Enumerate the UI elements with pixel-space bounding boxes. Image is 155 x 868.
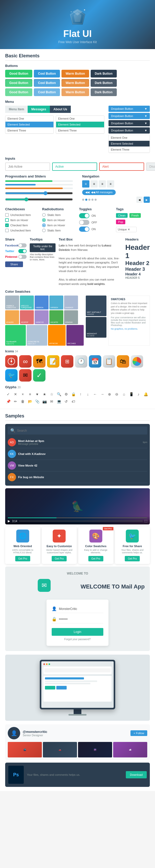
- warm-button-1[interactable]: Warm Button: [61, 70, 89, 78]
- share-toggle-fb[interactable]: [18, 243, 27, 247]
- radio-circle-4[interactable]: [42, 228, 46, 232]
- feature-card-color: Get Pro 🎨 Color Swatches Easy to add or …: [78, 527, 114, 564]
- menu-bar: Menu Item Messages About Us: [5, 106, 104, 113]
- mail-header-row: ✉ WELCOME TO Mail App: [10, 579, 145, 594]
- swatch-link[interactable]: No graphics, no problems.: [111, 328, 138, 330]
- dropdown-item-r1[interactable]: Element One: [109, 135, 150, 141]
- nav-all-messages[interactable]: ◀◀ ◀◀ All messages: [82, 190, 116, 195]
- follow-button[interactable]: + Follow: [130, 730, 147, 736]
- forgot-password[interactable]: Forgot your password?: [52, 638, 103, 641]
- dropdown-btn-1[interactable]: Dropdown Button ▼: [108, 106, 150, 112]
- swatch-2: #45C1C0TURQUOISE: [20, 296, 34, 309]
- checkbox-box-1[interactable]: [5, 213, 9, 217]
- cool-button-2[interactable]: Cool Button: [34, 79, 60, 87]
- checkbox-box-4[interactable]: [5, 228, 9, 232]
- section-title-basic: Basic Elements: [5, 53, 150, 61]
- login-button[interactable]: Login: [52, 628, 103, 636]
- color-swatches-title: Color Swatches: [5, 289, 150, 293]
- tag-pop[interactable]: Pop: [116, 220, 125, 224]
- menu-item-2[interactable]: Messages: [28, 106, 50, 113]
- tag-unique[interactable]: Unique ✕: [116, 227, 137, 232]
- share-toggle-pin[interactable]: [18, 255, 27, 259]
- dropdown-btn-3[interactable]: Dropdown Button ▼: [108, 120, 150, 126]
- header-h4: Header 4: [125, 272, 150, 276]
- username-input[interactable]: [59, 607, 103, 611]
- share-area: Share Facebook Twitter Pinterest Share: [5, 238, 27, 286]
- input-alert[interactable]: [99, 162, 144, 171]
- dropdown-item-4[interactable]: Element One: [56, 116, 104, 122]
- dark-button-3[interactable]: Dark Button: [91, 88, 117, 96]
- radio-circle-3[interactable]: [42, 223, 46, 227]
- toggle-off-1[interactable]: [79, 220, 89, 225]
- nav-icon-4[interactable]: ≡: [107, 180, 114, 188]
- nav-icon-2[interactable]: ≡: [90, 180, 98, 188]
- screen-content: [41, 661, 114, 704]
- fullscreen-button[interactable]: ⛶: [145, 520, 147, 523]
- nav-prev[interactable]: ◀: [136, 196, 143, 203]
- toggles-title: Toggles: [79, 207, 113, 211]
- glyph-times: ×: [20, 391, 26, 397]
- share-toggle-tw[interactable]: [18, 249, 27, 253]
- dark-button-1[interactable]: Dark Button: [91, 70, 117, 78]
- dropdown-item-1[interactable]: Element One: [5, 116, 54, 122]
- good-button-1[interactable]: Good Button: [5, 70, 32, 78]
- cool-button-1[interactable]: Cool Button: [34, 70, 60, 78]
- radio-circle-1[interactable]: [42, 213, 46, 217]
- toggle-on-1[interactable]: [79, 213, 89, 218]
- search-input[interactable]: [17, 429, 145, 432]
- get-pro-color[interactable]: Get Pro: [88, 556, 103, 561]
- input-job[interactable]: [5, 162, 50, 171]
- chat-item-3[interactable]: VM View Movie 42: [8, 460, 147, 471]
- dropdown-item-6[interactable]: Element Three: [56, 128, 104, 133]
- nav-icon-3[interactable]: ≡: [99, 180, 106, 188]
- dropdown-item-r3[interactable]: Element Three: [109, 147, 150, 153]
- dropdown-btn-2[interactable]: Dropdown Button ▼: [108, 113, 150, 119]
- good-button-3[interactable]: Good Button: [5, 88, 32, 96]
- feature-icon-color: 🎨: [89, 530, 102, 542]
- radio-circle-2[interactable]: [42, 218, 46, 222]
- volume-bar[interactable]: [19, 521, 143, 521]
- nav-icon-1[interactable]: ≡: [82, 180, 89, 188]
- checkbox-box-3[interactable]: ✓: [5, 223, 9, 227]
- get-pro-share[interactable]: Get Pro: [125, 556, 140, 561]
- social-portfolio-section: 👤 @monstercritic Senior Designer + Follo…: [5, 724, 150, 760]
- slider-1[interactable]: [5, 191, 73, 195]
- get-pro-web[interactable]: Get Pro: [15, 556, 30, 561]
- dropdown-item-5[interactable]: Element Selected: [56, 122, 104, 128]
- tooltip-box: Tooltip under the text.: [30, 243, 56, 252]
- warm-button-2[interactable]: Warm Button: [61, 79, 89, 87]
- play-button[interactable]: ▶: [8, 519, 10, 523]
- input-active[interactable]: [52, 162, 97, 171]
- dropdown-item-2[interactable]: Element Selected: [5, 122, 54, 128]
- feature-card-web: 🌐 Web Oriented 100% convertable to HTML/…: [5, 527, 40, 564]
- get-pro-customize[interactable]: Get Pro: [52, 556, 67, 561]
- checkbox-box-2[interactable]: [5, 218, 9, 222]
- menu-item-1[interactable]: Menu Item: [5, 106, 28, 113]
- tag-fresh[interactable]: Fresh: [129, 213, 141, 218]
- textbox-area: Text Box Lato is free web font designed …: [59, 238, 122, 286]
- chat-item-2[interactable]: KK Chat with X.Kadinov: [8, 448, 147, 460]
- video-progress-bar[interactable]: [8, 518, 147, 518]
- slider-2[interactable]: [5, 197, 73, 202]
- menu-item-3[interactable]: About Us: [50, 106, 71, 113]
- warm-button-3[interactable]: Warm Button: [61, 88, 89, 96]
- glyph-mail: ✉: [49, 398, 55, 405]
- share-button[interactable]: Share: [5, 261, 23, 267]
- good-button-2[interactable]: Good Button: [5, 79, 32, 87]
- inputs-title: Inputs: [5, 157, 150, 160]
- chat-item-4[interactable]: FX Fix bug on Website: [8, 471, 147, 483]
- toggle-on-2[interactable]: [79, 226, 89, 232]
- dropdown-btn-4[interactable]: Dropdown Button ▼: [108, 127, 150, 133]
- tag-clean[interactable]: Clean: [116, 213, 128, 218]
- chat-item-1[interactable]: AD Meet Adrian at 9pm Message preview 9p…: [8, 437, 147, 448]
- dark-button-2[interactable]: Dark Button: [91, 79, 117, 87]
- dropdown-item-r2[interactable]: Element Selected: [109, 141, 150, 147]
- password-input[interactable]: [59, 617, 103, 621]
- download-button[interactable]: Download: [126, 771, 147, 778]
- ps-icon: Ps: [8, 766, 24, 784]
- nav-next[interactable]: ▶: [144, 196, 150, 203]
- share-icon: 🐦: [128, 532, 136, 540]
- checkboxes-row: Checkboxes Unchecked Item Item on Hover …: [5, 207, 150, 234]
- cool-button-3[interactable]: Cool Button: [34, 88, 60, 96]
- dropdown-item-3[interactable]: Element Three: [5, 128, 54, 133]
